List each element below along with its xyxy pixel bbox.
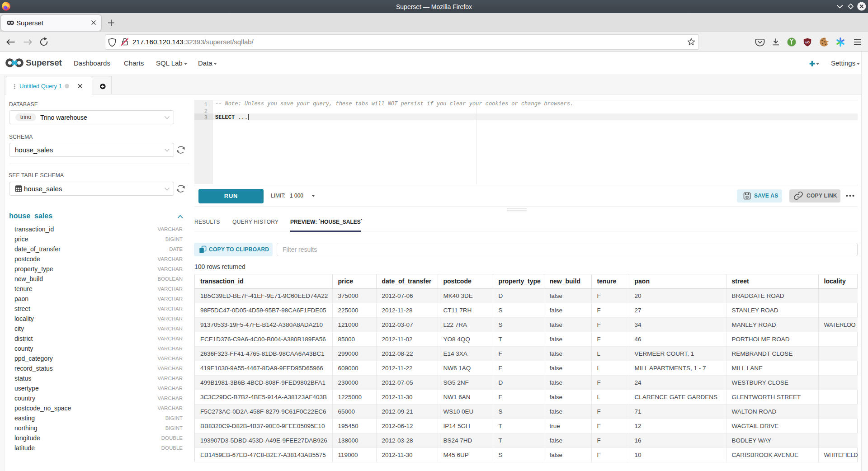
svg-text:uO: uO: [805, 41, 810, 44]
